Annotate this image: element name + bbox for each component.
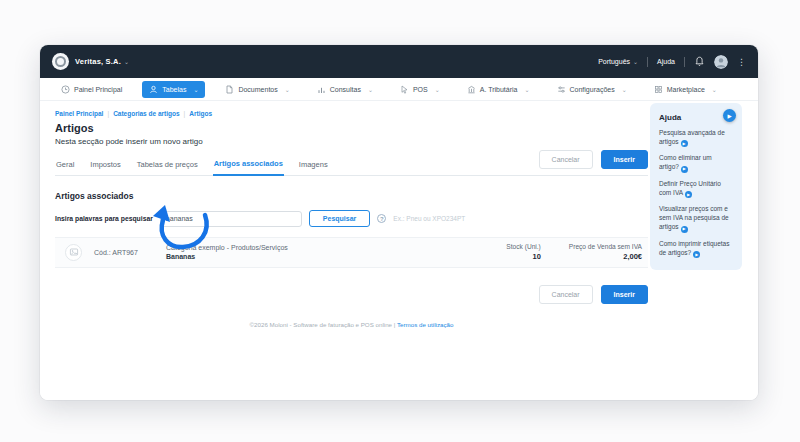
price-stat: Preço de Venda sem IVA 2,00€ [569, 243, 642, 261]
article-name: Bananas [166, 253, 288, 260]
breadcrumb-painel-principal[interactable]: Painel Principal [55, 110, 103, 117]
tab-geral[interactable]: Geral [55, 160, 75, 175]
search-button[interactable]: Pesquisar [309, 210, 370, 227]
section-title: Artigos associados [55, 191, 648, 201]
footer: ©2026 Moloni - Software de faturação e P… [55, 321, 648, 328]
article-info: Categoria exemplo - Produtos/Serviços Ba… [166, 244, 288, 260]
nav-item-painel-principal[interactable]: Painel Principal [54, 81, 129, 98]
help-title: Ajuda [659, 113, 733, 122]
content-area: Painel Principal | Categorias de artigos… [40, 101, 758, 400]
nav-item-documentos[interactable]: Documentos⌄ [218, 81, 296, 98]
breadcrumb-separator: | [184, 110, 186, 117]
tab-tabelas-de-precos[interactable]: Tabelas de preços [136, 160, 199, 175]
search-hint: Ex.: Pneu ou XPO234PT [393, 215, 465, 222]
breadcrumb-categorias-de-artigos[interactable]: Categorias de artigos [113, 110, 179, 117]
article-image-placeholder-icon [65, 244, 82, 261]
breadcrumb-artigos[interactable]: Artigos [189, 110, 212, 117]
tab-artigos-associados[interactable]: Artigos associados [213, 159, 284, 176]
tab-impostos[interactable]: Impostos [89, 160, 121, 175]
clock-icon [61, 85, 70, 94]
divider [647, 57, 648, 67]
chevron-down-icon: ⌄ [525, 86, 530, 93]
search-row: Insira palavras para pesquisar Pesquisar… [55, 210, 648, 227]
breadcrumb-separator: | [107, 110, 109, 117]
chevron-down-icon: ⌄ [124, 58, 129, 65]
chevron-down-icon: ⌄ [622, 86, 627, 93]
document-icon [225, 85, 234, 94]
company-logo[interactable] [52, 53, 69, 70]
sliders-icon [557, 85, 566, 94]
chevron-down-icon: ⌄ [368, 86, 373, 93]
video-link-icon: ▶ [681, 226, 688, 233]
stock-label: Stock (Uni.) [506, 243, 540, 250]
divider [684, 57, 685, 67]
kebab-menu-icon[interactable]: ⋮ [737, 57, 746, 67]
main-nav: Painel Principal Tabelas⌄ Documentos⌄ Co… [40, 78, 758, 101]
page-title: Artigos [55, 122, 648, 134]
chevron-down-icon: ⌄ [712, 86, 717, 93]
insert-button-top[interactable]: Inserir [601, 150, 648, 169]
chevron-down-icon: ⌄ [633, 59, 638, 65]
help-link-imprimir-etiquetas[interactable]: Como imprimir etiquetas de artigos?▶ [659, 239, 733, 258]
nav-item-a-tributaria[interactable]: A. Tributária⌄ [460, 81, 537, 98]
help-link-pesquisa-avancada[interactable]: Pesquisa avançada de artigos▶ [659, 128, 733, 147]
stock-value: 10 [506, 252, 540, 261]
nav-item-marketplace[interactable]: Marketplace⌄ [647, 81, 724, 98]
breadcrumb: Painel Principal | Categorias de artigos… [55, 110, 648, 117]
insert-button-bottom[interactable]: Inserir [601, 285, 648, 304]
company-logo-mark [55, 56, 66, 67]
tab-bar: Geral Impostos Tabelas de preços Artigos… [55, 156, 648, 176]
users-icon [149, 85, 158, 94]
help-link-eliminar-artigo[interactable]: Como eliminar um artigo?▶ [659, 153, 733, 172]
article-category: Categoria exemplo - Produtos/Serviços [166, 244, 288, 251]
chevron-down-icon: ⌄ [285, 86, 290, 93]
help-link-preco-unitario[interactable]: Definir Preço Unitário com IVA▶ [659, 179, 733, 198]
help-panel: ▶ Ajuda Pesquisa avançada de artigos▶ Co… [650, 103, 742, 270]
video-link-icon: ▶ [681, 140, 688, 147]
user-avatar[interactable] [714, 55, 728, 69]
help-link[interactable]: Ajuda [657, 58, 675, 65]
video-link-icon: ▶ [681, 166, 688, 173]
help-link-visualizar-precos[interactable]: Visualizar preços com e sem IVA na pesqu… [659, 204, 733, 232]
app-window: Veritas, S.A. ⌄ Português⌄ Ajuda ⋮ Paine… [40, 45, 758, 400]
tab-imagens[interactable]: Imagens [298, 160, 329, 175]
nav-item-configuracoes[interactable]: Configurações⌄ [550, 81, 634, 98]
bottom-actions: Cancelar Inserir [55, 285, 648, 304]
price-value: 2,00€ [569, 252, 642, 261]
search-input[interactable] [160, 211, 302, 227]
main-column: Painel Principal | Categorias de artigos… [55, 110, 648, 328]
language-selector[interactable]: Português⌄ [598, 58, 638, 65]
chevron-down-icon: ⌄ [435, 86, 440, 93]
chevron-down-icon: ⌄ [193, 86, 198, 93]
footer-separator: | [394, 321, 396, 328]
result-row[interactable]: Cód.: ART967 Categoria exemplo - Produto… [55, 237, 648, 268]
bank-icon [467, 85, 476, 94]
terms-link[interactable]: Termos de utilização [397, 321, 453, 328]
notifications-bell-icon[interactable] [694, 56, 705, 68]
video-link-icon: ▶ [693, 251, 700, 258]
stock-stat: Stock (Uni.) 10 [506, 243, 540, 261]
cancel-button-bottom[interactable]: Cancelar [539, 285, 593, 304]
cursor-icon [400, 85, 409, 94]
help-collapse-button[interactable]: ▶ [723, 109, 736, 122]
search-label: Insira palavras para pesquisar [55, 215, 153, 222]
chart-icon [317, 85, 326, 94]
grid-icon [654, 85, 663, 94]
cancel-button-top[interactable]: Cancelar [539, 150, 593, 169]
article-code: Cód.: ART967 [94, 249, 166, 256]
nav-item-pos[interactable]: POS⌄ [393, 81, 447, 98]
nav-item-consultas[interactable]: Consultas⌄ [310, 81, 380, 98]
question-help-icon[interactable]: ? [377, 214, 386, 223]
nav-item-tabelas[interactable]: Tabelas⌄ [142, 81, 205, 98]
play-icon: ▶ [727, 113, 731, 119]
footer-copyright: ©2026 Moloni - Software de faturação e P… [250, 321, 393, 328]
page-subtitle: Nesta secção pode inserir um novo artigo [55, 137, 648, 146]
video-link-icon: ▶ [685, 191, 692, 198]
topbar: Veritas, S.A. ⌄ Português⌄ Ajuda ⋮ [40, 45, 758, 78]
company-name[interactable]: Veritas, S.A. [75, 57, 121, 66]
price-label: Preço de Venda sem IVA [569, 243, 642, 250]
